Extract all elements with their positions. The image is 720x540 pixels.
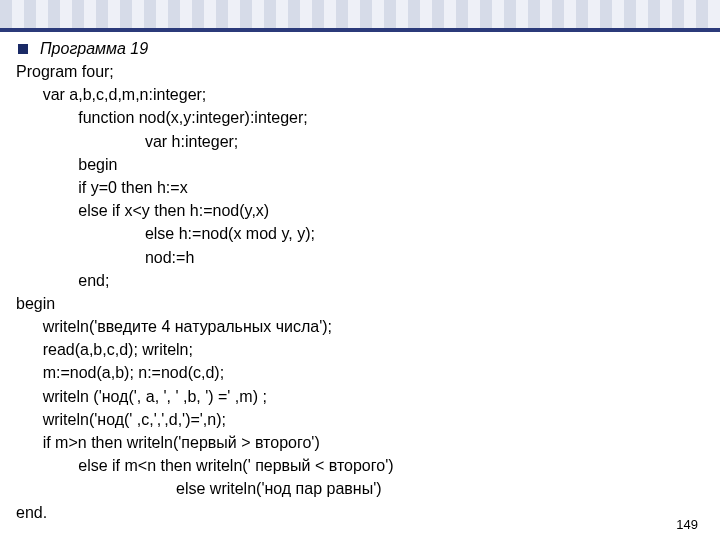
code-line: writeln('нод(' ,c,',',d,')=',n);: [14, 408, 700, 431]
program-title: Программа 19: [40, 40, 148, 58]
code-line: begin: [14, 153, 700, 176]
code-line: end.: [14, 501, 700, 524]
code-line: else if x<y then h:=nod(y,x): [14, 199, 700, 222]
code-line: end;: [14, 269, 700, 292]
code-line: writeln ('нод(', a, ', ' ,b, ') =' ,m) ;: [14, 385, 700, 408]
code-line: Program four;: [14, 60, 700, 83]
title-row: Программа 19: [14, 40, 700, 58]
code-line: writeln('введите 4 натуральных числа');: [14, 315, 700, 338]
code-line: begin: [14, 292, 700, 315]
code-line: function nod(x,y:integer):integer;: [14, 106, 700, 129]
code-line: else writeln('нод пар равны'): [14, 477, 700, 500]
code-line: if m>n then writeln('первый > второго'): [14, 431, 700, 454]
page-body: Программа 19 Program four; var a,b,c,d,m…: [0, 32, 720, 540]
square-bullet-icon: [18, 44, 28, 54]
code-line: if y=0 then h:=x: [14, 176, 700, 199]
code-line: var a,b,c,d,m,n:integer;: [14, 83, 700, 106]
code-line: nod:=h: [14, 246, 700, 269]
page-number: 149: [676, 517, 698, 532]
code-line: m:=nod(a,b); n:=nod(c,d);: [14, 361, 700, 384]
code-line: read(a,b,c,d); writeln;: [14, 338, 700, 361]
decorative-top-band: [0, 0, 720, 32]
code-line: else h:=nod(x mod y, y);: [14, 222, 700, 245]
code-line: else if m<n then writeln(' первый < втор…: [14, 454, 700, 477]
code-line: var h:integer;: [14, 130, 700, 153]
